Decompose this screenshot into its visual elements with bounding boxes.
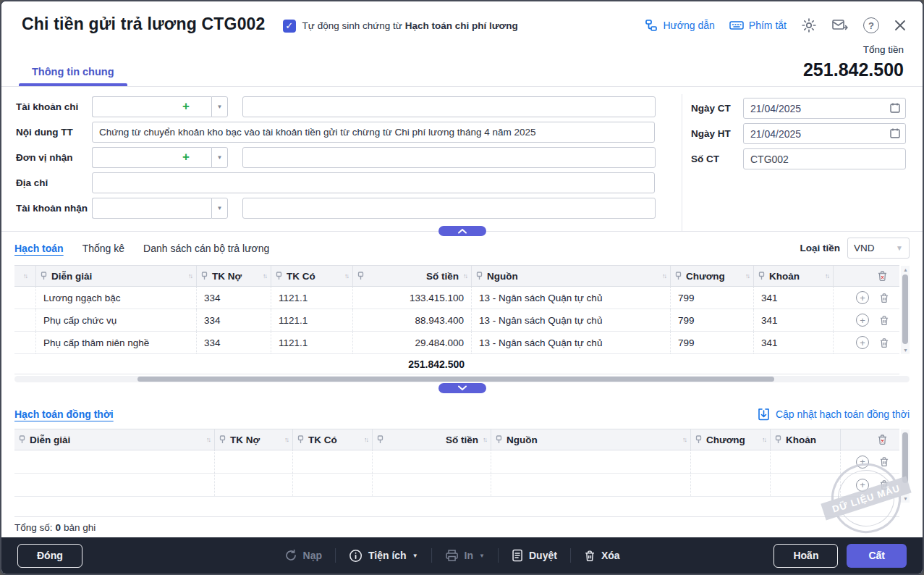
pay-account-name-input[interactable] [242,96,656,117]
cell-debit[interactable]: 334 [197,287,271,309]
col-header-source[interactable]: Nguồn↑↓ [491,429,691,450]
cell-amount[interactable]: 88.943.400 [353,309,472,331]
shortcut-link[interactable]: Phím tắt [729,20,787,31]
cell-amount[interactable]: 133.415.100 [353,287,472,309]
col-header-credit[interactable]: TK Có↑↓ [271,266,353,286]
col-header-chapter[interactable]: Chương↑↓ [671,266,754,286]
cell-chapter[interactable]: 799 [671,332,754,353]
cell-source[interactable]: 13 - Ngân sách Quận tự chủ [472,332,671,353]
cell-item[interactable]: 341 [754,287,834,309]
col-header-debit[interactable]: TK Nợ↑↓ [215,429,293,450]
add-row-icon[interactable]: + [856,291,869,304]
add-row-icon[interactable]: + [856,314,869,327]
cell-debit[interactable]: 334 [197,309,271,331]
reload-button[interactable]: Nạp [284,549,322,562]
col-header-amount[interactable]: Số tiền↑↓ [373,429,491,450]
delete-row-icon[interactable] [879,479,889,490]
currency-select[interactable]: VND▼ [847,238,910,259]
cell-credit[interactable]: 1121.1 [271,287,353,309]
close-window-button[interactable]: Đóng [17,544,82,568]
vertical-scrollbar[interactable]: ▼ [901,429,910,503]
send-mail-button[interactable] [831,18,849,33]
cell-desc[interactable]: Phụ cấp thâm niên nghề [36,332,197,353]
tab-statistics[interactable]: Thống kê [82,243,124,254]
utilities-button[interactable]: Tiện ích ▼ [349,549,418,563]
cell-chapter[interactable]: 799 [671,309,754,331]
horizontal-scrollbar[interactable] [14,376,910,382]
table-row[interactable]: Lương ngạch bậc 334 1121.1 133.415.100 1… [14,287,899,309]
delete-row-icon[interactable] [879,315,889,326]
col-header-item[interactable]: Khoản↑↓ [754,266,834,286]
cell-item[interactable]: 341 [754,309,834,331]
col-header-desc[interactable]: Diễn giải↑↓ [14,429,215,450]
col-header-item[interactable]: Khoản [771,429,841,450]
col-header-credit[interactable]: TK Có↑↓ [293,429,373,450]
col-header-debit[interactable]: TK Nợ↑↓ [197,266,271,286]
add-row-icon[interactable]: + [856,456,869,469]
doc-no-input[interactable] [743,148,906,169]
receive-account-name-input[interactable] [242,198,656,219]
post-date-input[interactable] [743,123,906,144]
delete-all-header[interactable] [841,429,899,450]
print-button[interactable]: In ▼ [445,549,485,562]
guide-link[interactable]: Hướng dẫn [645,19,714,32]
col-header-amount[interactable]: Số tiền↑↓ [353,266,472,286]
cell-amount[interactable]: 29.484.000 [353,332,472,353]
autogen-checkbox[interactable]: ✓ [283,20,296,33]
add-new-icon[interactable]: + [182,151,190,163]
table-row[interactable]: Phụ cấp thâm niên nghề 334 1121.1 29.484… [14,332,899,354]
receiver-unit-name-input[interactable] [242,147,656,168]
save-button[interactable]: Cất [847,544,907,568]
approve-button[interactable]: Duyệt [512,549,557,562]
add-row-icon[interactable]: + [856,479,869,492]
add-row-icon[interactable]: + [856,336,869,349]
receive-account-dropdown[interactable]: ▼ [211,198,228,219]
delete-button[interactable]: Xóa [584,550,620,562]
address-input[interactable] [92,172,655,193]
add-new-icon[interactable]: + [182,100,190,112]
pin-icon [758,272,765,280]
row-sort-header[interactable]: ↑↓ [14,266,36,286]
pay-account-input[interactable] [92,96,211,117]
update-concurrent-link[interactable]: Cập nhật hạch toán đồng thời [758,408,910,421]
calendar-icon[interactable] [889,127,901,141]
tab-staff-list[interactable]: Danh sách cán bộ trả lương [143,243,269,254]
receive-account-input[interactable] [92,198,211,219]
tab-accounting[interactable]: Hạch toán [14,243,64,254]
receiver-unit-dropdown[interactable]: ▼ [211,147,228,168]
cell-desc[interactable]: Lương ngạch bậc [36,287,197,309]
cell-source[interactable]: 13 - Ngân sách Quận tự chủ [472,287,671,309]
empty-table-row[interactable]: + [14,474,899,497]
cell-chapter[interactable]: 799 [671,287,754,309]
pay-account-dropdown[interactable]: ▼ [211,96,228,117]
tab-general-info[interactable]: Thông tin chung [19,66,127,86]
refresh-icon [284,549,297,562]
cell-source[interactable]: 13 - Ngân sách Quận tự chủ [472,309,671,331]
col-header-chapter[interactable]: Chương↑↓ [691,429,771,450]
col-header-source[interactable]: Nguồn↑↓ [472,266,671,286]
table-row[interactable]: Phụ cấp chức vụ 334 1121.1 88.943.400 13… [14,309,899,332]
close-button[interactable] [894,19,907,32]
empty-table-row[interactable]: + [14,450,899,474]
cell-item[interactable]: 341 [754,332,834,353]
help-button[interactable]: ? [863,17,879,33]
calendar-icon[interactable] [889,102,901,116]
cell-credit[interactable]: 1121.1 [271,309,353,331]
delete-row-icon[interactable] [879,456,889,467]
vertical-scrollbar[interactable]: ▲ ▼ [901,266,910,354]
cell-credit[interactable]: 1121.1 [271,332,353,353]
concurrent-title-link[interactable]: Hạch toán đồng thời [14,408,114,420]
col-header-desc[interactable]: Diễn giải↑↓ [36,266,197,286]
delete-row-icon[interactable] [879,337,889,348]
delete-all-header[interactable] [834,266,899,286]
delete-row-icon[interactable] [879,293,889,303]
collapse-form-button[interactable] [438,226,486,236]
expand-section-button[interactable] [438,383,486,393]
postpone-button[interactable]: Hoãn [773,544,838,568]
cell-debit[interactable]: 334 [197,332,271,353]
doc-date-input[interactable] [743,98,906,119]
settings-button[interactable] [801,17,817,33]
cell-desc[interactable]: Phụ cấp chức vụ [36,309,197,331]
receiver-unit-input[interactable] [92,147,211,168]
payment-desc-input[interactable] [92,122,655,143]
